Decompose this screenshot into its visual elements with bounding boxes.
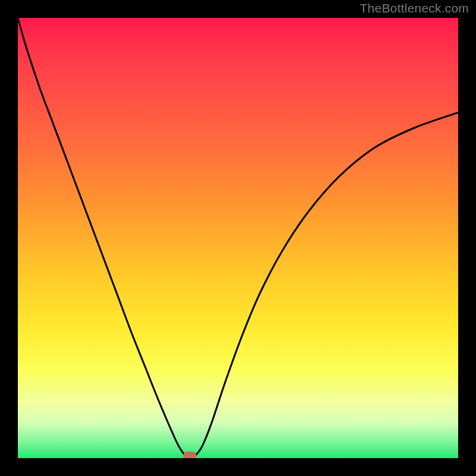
chart-frame: TheBottleneck.com bbox=[0, 0, 476, 476]
bottleneck-curve bbox=[18, 18, 458, 458]
watermark-text: TheBottleneck.com bbox=[360, 1, 469, 15]
plot-area bbox=[18, 18, 458, 458]
minimum-marker-icon bbox=[183, 452, 196, 458]
